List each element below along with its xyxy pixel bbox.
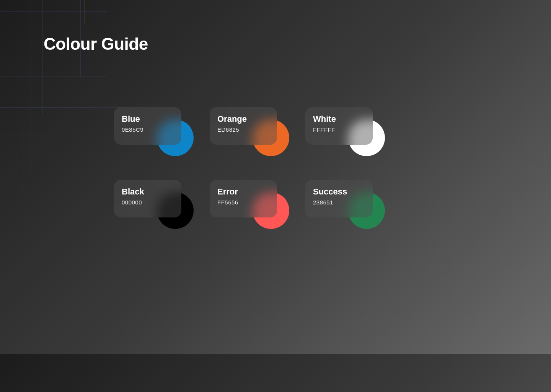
swatch-name: Black [122,187,174,197]
swatch-hex: 0E85C9 [122,126,174,133]
swatch-success: Success 238651 [305,180,401,253]
swatch-black: Black 000000 [114,180,210,253]
swatch-grid: Blue 0E85C9 Orange ED6825 White FFFFFF B… [114,107,401,253]
swatch-name: Blue [122,114,174,124]
swatch-card: Orange ED6825 [210,107,277,145]
swatch-card: Blue 0E85C9 [114,107,181,145]
swatch-name: Error [217,187,269,197]
swatch-name: Success [313,187,365,197]
swatch-error: Error FF5656 [210,180,305,253]
swatch-hex: 000000 [122,199,174,206]
swatch-orange: Orange ED6825 [210,107,305,180]
swatch-card: Error FF5656 [210,180,277,217]
swatch-hex: 238651 [313,199,365,206]
page-title: Colour Guide [44,34,148,54]
swatch-blue: Blue 0E85C9 [114,107,210,180]
swatch-hex: FFFFFF [313,126,365,133]
swatch-hex: ED6825 [217,126,269,133]
swatch-name: Orange [217,114,269,124]
swatch-card: Success 238651 [305,180,373,217]
swatch-card: White FFFFFF [305,107,373,145]
swatch-white: White FFFFFF [305,107,401,180]
swatch-card: Black 000000 [114,180,181,217]
swatch-hex: FF5656 [217,199,269,206]
swatch-name: White [313,114,365,124]
